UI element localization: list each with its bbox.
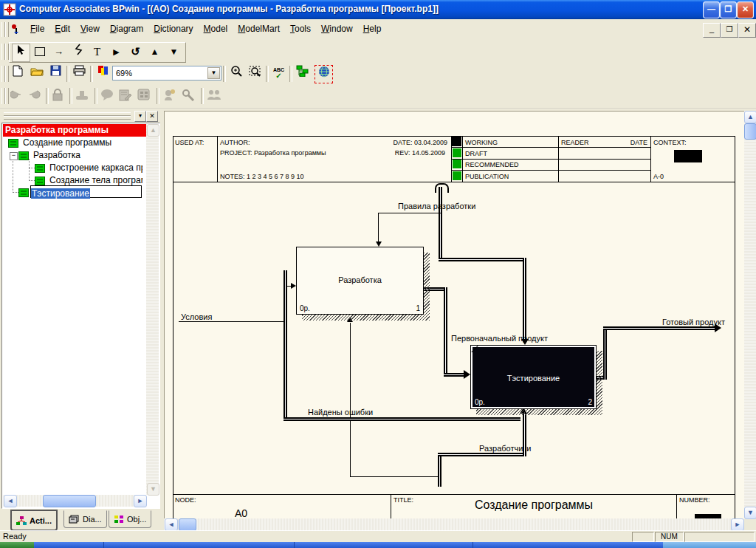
spell-check-button[interactable]: ABC✓ bbox=[270, 65, 287, 82]
arrow-rules[interactable] bbox=[439, 187, 442, 259]
arrow-mechanism[interactable] bbox=[350, 323, 351, 418]
arrow-mechanism[interactable] bbox=[350, 421, 351, 477]
arrow-label-ready[interactable]: Готовый продукт bbox=[662, 318, 725, 326]
diagram-canvas[interactable]: USED AT: AUTHOR: DATE: 03.04.2009 PROJEC… bbox=[164, 111, 745, 519]
arrow-initial[interactable] bbox=[439, 258, 526, 261]
menu-model[interactable]: Model bbox=[199, 21, 233, 36]
scroll-up-icon[interactable]: ▲ bbox=[744, 111, 756, 123]
child-close-button[interactable]: ✕ bbox=[738, 23, 756, 38]
arrow-rules-branch[interactable] bbox=[378, 213, 379, 242]
menu-help[interactable]: Help bbox=[358, 21, 387, 36]
arrow-conditions[interactable] bbox=[179, 321, 284, 322]
grip[interactable] bbox=[5, 88, 9, 104]
new-button[interactable] bbox=[9, 65, 26, 82]
arrow-developers[interactable] bbox=[523, 414, 526, 456]
pane-close-icon[interactable]: ✕ bbox=[146, 111, 158, 122]
arrow-initial[interactable] bbox=[523, 258, 526, 340]
up-tool-button[interactable]: ▲ bbox=[146, 44, 163, 61]
grip[interactable] bbox=[5, 22, 9, 37]
explorer-hscrollbar[interactable]: ◄ ► bbox=[3, 495, 146, 507]
save-button[interactable] bbox=[47, 65, 64, 82]
menu-dictionary[interactable]: Dictionary bbox=[148, 21, 198, 36]
arrow-label-initial[interactable]: Первоначальный продукт bbox=[451, 334, 548, 343]
tree-item-label[interactable]: Создание тела программ bbox=[49, 175, 142, 185]
scroll-right-icon[interactable]: ► bbox=[731, 518, 744, 531]
arrow-developers[interactable] bbox=[438, 453, 526, 456]
arrow-mechanism[interactable] bbox=[350, 476, 440, 477]
windows-taskbar[interactable] bbox=[0, 542, 756, 548]
pointer-tool-button[interactable] bbox=[12, 44, 30, 62]
collapse-toggle[interactable]: − bbox=[10, 152, 18, 160]
zoom-area-button[interactable] bbox=[247, 65, 264, 82]
arrow-label-errors[interactable]: Найдены ошибки bbox=[308, 408, 373, 417]
arrow-output1[interactable] bbox=[444, 373, 464, 377]
scroll-left-icon[interactable]: ◄ bbox=[165, 518, 178, 531]
tab-diagrams[interactable]: Dia... bbox=[63, 510, 107, 528]
scroll-left-icon[interactable]: ◄ bbox=[4, 495, 17, 507]
model-root-item[interactable]: Разработка программы bbox=[3, 124, 148, 137]
arrow-rules-branch[interactable] bbox=[378, 213, 441, 213]
child-minimize-button[interactable]: _ bbox=[703, 23, 721, 38]
menu-window[interactable]: Window bbox=[316, 21, 358, 36]
explorer-vscrollbar[interactable]: ▲ ▼ bbox=[146, 124, 159, 495]
zoom-in-button[interactable] bbox=[227, 65, 244, 82]
document-edit-icon[interactable] bbox=[118, 89, 131, 101]
scroll-down-icon[interactable]: ▼ bbox=[744, 507, 756, 519]
child-restore-button[interactable]: ❐ bbox=[721, 23, 738, 38]
go-to-child-tool-button[interactable]: ▶ bbox=[108, 44, 125, 61]
system-tray-edge[interactable] bbox=[663, 542, 756, 548]
mdi-child-icon[interactable] bbox=[10, 24, 22, 35]
tree-item-label[interactable]: Построение каркаса про bbox=[49, 162, 142, 173]
arrow-label-conditions[interactable]: Условия bbox=[181, 312, 212, 321]
lock-icon[interactable] bbox=[52, 89, 63, 101]
restore-button[interactable]: ❐ bbox=[720, 1, 737, 18]
model-explorer-button[interactable] bbox=[294, 65, 311, 82]
tree-item-label[interactable]: Разработка bbox=[33, 150, 140, 160]
web-publish-button[interactable] bbox=[315, 65, 333, 83]
scroll-right-icon[interactable]: ► bbox=[134, 495, 147, 507]
print-button[interactable] bbox=[71, 65, 88, 82]
arrow-label-rules[interactable]: Правила разработки bbox=[398, 202, 475, 210]
users-icon[interactable] bbox=[207, 89, 221, 100]
arrow-ready[interactable] bbox=[603, 326, 607, 380]
minimize-button[interactable]: — bbox=[703, 1, 720, 18]
menu-view[interactable]: View bbox=[75, 21, 105, 36]
zoom-dropdown-button[interactable]: ▼ bbox=[207, 67, 220, 79]
arrow-errors[interactable] bbox=[284, 417, 527, 421]
diagram-vscrollbar[interactable]: ▲ ▼ bbox=[744, 111, 756, 518]
arrow-output1[interactable] bbox=[444, 287, 447, 376]
activity-box-razrabotka[interactable]: Разработка 0р. 1 bbox=[296, 247, 424, 315]
arrow-errors[interactable] bbox=[284, 270, 287, 421]
start-button-edge[interactable] bbox=[0, 542, 34, 548]
text-tool-button[interactable]: T bbox=[89, 44, 106, 61]
activity-box-testirovanie[interactable]: Тэстирование 0р. 2 bbox=[470, 345, 597, 409]
arrow-developers[interactable] bbox=[438, 453, 441, 487]
menu-tools[interactable]: Tools bbox=[285, 21, 316, 36]
activity-box-tool-button[interactable] bbox=[31, 44, 48, 61]
grid-icon[interactable] bbox=[137, 89, 150, 100]
scroll-thumb[interactable] bbox=[179, 518, 196, 531]
context-thumbnail[interactable] bbox=[674, 150, 702, 162]
menu-diagram[interactable]: Diagram bbox=[105, 21, 148, 36]
menu-file[interactable]: File bbox=[25, 21, 49, 36]
diagram-hscrollbar[interactable]: ◄ ► bbox=[164, 518, 744, 530]
scroll-thumb[interactable] bbox=[744, 123, 756, 140]
scroll-thumb[interactable] bbox=[43, 495, 96, 507]
scroll-up-icon[interactable]: ▲ bbox=[147, 124, 159, 137]
explorer-drag-strip[interactable]: ▾ ✕ bbox=[1, 110, 159, 122]
tree-item-label[interactable]: Создание программы bbox=[23, 137, 141, 148]
tab-objects[interactable]: Obj... bbox=[109, 510, 151, 528]
go-to-parent-tool-button[interactable]: ↺ bbox=[127, 44, 144, 61]
scroll-down-icon[interactable]: ▼ bbox=[147, 483, 159, 496]
user-lamp-icon[interactable] bbox=[162, 89, 176, 101]
checkout-checkin-icons[interactable] bbox=[10, 89, 43, 102]
rename-input[interactable]: Тэстирование bbox=[30, 185, 142, 198]
stamp-icon[interactable] bbox=[75, 90, 89, 100]
menu-edit[interactable]: Edit bbox=[49, 21, 75, 36]
chat-icon[interactable] bbox=[100, 89, 114, 100]
pane-menu-button[interactable]: ▾ bbox=[134, 111, 146, 122]
key-brush-icon[interactable] bbox=[182, 89, 195, 101]
menu-modelmart[interactable]: ModelMart bbox=[233, 21, 285, 36]
tab-activities[interactable]: Acti... bbox=[10, 510, 58, 531]
down-tool-button[interactable]: ▼ bbox=[165, 44, 182, 61]
